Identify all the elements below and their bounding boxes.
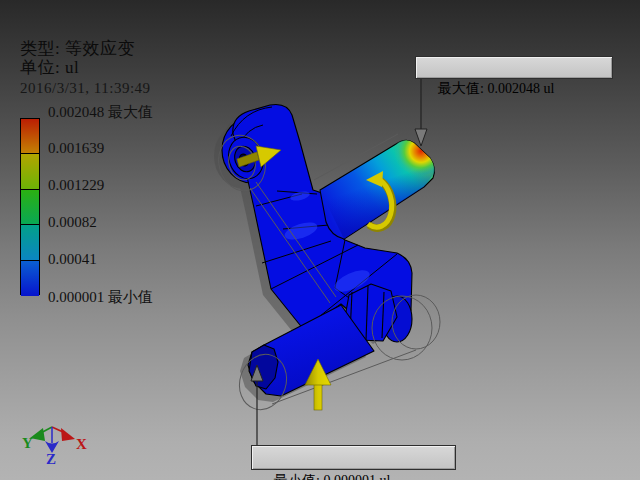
legend-label-2: 0.001639 — [48, 140, 278, 158]
legend-label-max: 0.002048 最大值 — [48, 103, 278, 121]
max-value-text: 最大值: 0.002048 ul — [438, 81, 554, 96]
legend-cell-1 — [21, 119, 39, 154]
axis-x-arrowhead — [61, 428, 75, 441]
axis-x-label: X — [76, 436, 87, 452]
legend-label-4: 0.00082 — [48, 214, 278, 232]
min-value-text: 最小值: 0.000001 ul — [274, 473, 390, 480]
legend-label-3: 0.001229 — [48, 177, 278, 195]
result-unit-label: 单位: ul — [20, 56, 79, 79]
legend-label-min: 0.000001 最小值 — [48, 288, 278, 306]
min-value-callout[interactable]: 最小值: 0.000001 ul — [251, 445, 456, 470]
result-timestamp: 2016/3/31, 11:39:49 — [20, 80, 151, 97]
result-viewport[interactable]: Y X Z 类型: 等效应变 单位: ul 2016/3/31, 11:39:4… — [0, 0, 640, 480]
legend-cell-3 — [21, 190, 39, 225]
coordinate-triad[interactable]: Y X Z — [22, 427, 87, 467]
min-leader — [251, 365, 263, 445]
legend-cell-5 — [21, 261, 39, 296]
legend-cell-4 — [21, 225, 39, 260]
axis-z-label: Z — [46, 451, 56, 467]
legend-color-bar — [20, 118, 40, 295]
max-value-callout[interactable]: 最大值: 0.002048 ul — [415, 56, 613, 79]
axis-y-label: Y — [22, 435, 33, 451]
legend-cell-2 — [21, 154, 39, 189]
legend-label-5: 0.00041 — [48, 251, 278, 269]
